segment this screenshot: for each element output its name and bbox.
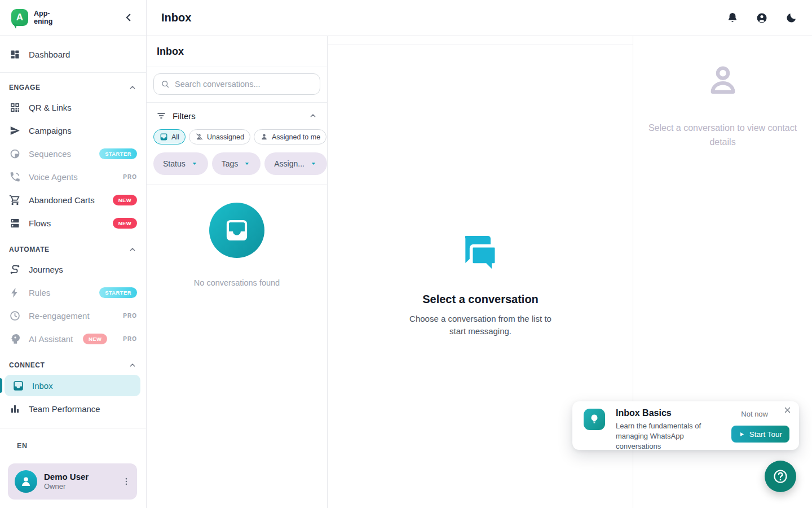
caret-down-icon [243, 160, 251, 168]
person-off-icon [195, 133, 204, 141]
top-header: Inbox [147, 0, 812, 36]
chevron-up-icon [128, 245, 137, 254]
filter-dropdown-assign[interactable]: Assign... [264, 152, 327, 175]
logo-letter: A [16, 12, 23, 23]
phone-icon [9, 171, 21, 183]
chevron-up-icon [128, 83, 137, 92]
chat-empty-subtitle: Choose a conversation from the list to s… [405, 313, 556, 338]
sidebar-item-re-engagement[interactable]: Re-engagementPRO [0, 304, 146, 327]
sidebar-item-label: Voice Agents [29, 172, 78, 182]
sidebar-item-qr-links[interactable]: QR & Links [0, 96, 146, 119]
sidebar-item-label: AI Assistant [29, 334, 73, 344]
tag-pro: PRO [123, 174, 137, 180]
search-box [153, 73, 320, 95]
notifications-bell-icon[interactable] [726, 12, 739, 24]
sidebar-item-inbox[interactable]: Inbox [5, 375, 140, 396]
chat-empty-state: Select a conversation Choose a conversat… [328, 230, 633, 338]
inbox-icon [12, 380, 24, 392]
sidebar-item-label: Campaigns [29, 126, 72, 135]
user-menu-icon[interactable] [121, 476, 131, 487]
tag-pro: PRO [123, 313, 137, 319]
sidebar-item-ai-assistant[interactable]: AI AssistantNEWPRO [0, 327, 146, 351]
sidebar-item-journeys[interactable]: Journeys [0, 258, 146, 281]
sidebar-item-campaigns[interactable]: Campaigns [0, 119, 146, 142]
section-header-engage[interactable]: ENGAGE [0, 79, 146, 96]
sidebar-item-team-performance[interactable]: Team Performance [0, 397, 146, 421]
sidebar: A App- ening DashboardENGAGEQR & LinksCa… [0, 0, 147, 508]
sidebar-item-label: Journeys [29, 265, 63, 274]
close-icon[interactable] [783, 406, 792, 414]
filters-title: Filters [173, 111, 196, 121]
sidebar-item-label: Rules [29, 288, 50, 297]
sidebar-item-rules[interactable]: RulesSTARTER [0, 281, 146, 304]
sidebar-item-flows[interactable]: FlowsNEW [0, 212, 146, 235]
section-header-connect[interactable]: CONNECT [0, 357, 146, 374]
not-now-button[interactable]: Not now [741, 410, 768, 418]
sidebar-item-label: Inbox [32, 381, 53, 391]
collapse-sidebar-icon[interactable] [122, 11, 135, 24]
page-title: Inbox [161, 11, 191, 24]
brand-name: App- ening [34, 10, 52, 26]
filter-icon [156, 111, 166, 121]
filter-dropdown-tags[interactable]: Tags [212, 152, 261, 175]
search-icon [161, 80, 170, 89]
conversation-list-panel: Inbox Filters AllUnassignedAssigned to m… [147, 36, 328, 508]
no-conversations-message: No conversations found [147, 278, 327, 287]
section-header-automate[interactable]: AUTOMATE [0, 241, 146, 258]
sidebar-item-activity-heatmap[interactable]: Activity Heatmap [0, 421, 146, 428]
sidebar-item-sequences[interactable]: SequencesSTARTER [0, 142, 146, 165]
user-card[interactable]: Demo User Owner [8, 463, 137, 500]
sidebar-item-label: Team Performance [29, 404, 100, 414]
filters-collapse-icon[interactable] [308, 111, 317, 120]
help-button[interactable] [765, 461, 796, 492]
conversations-empty-state: No conversations found [147, 185, 327, 287]
filter-chip-assigned-to-me[interactable]: Assigned to me [254, 129, 326, 144]
sidebar-item-label: Flows [29, 218, 51, 228]
user-avatar [15, 470, 37, 493]
sidebar-item-abandoned-carts[interactable]: Abandoned CartsNEW [0, 189, 146, 212]
journeys-icon [9, 264, 21, 275]
sidebar-item-dashboard[interactable]: Dashboard [0, 41, 146, 67]
contrast-icon [9, 148, 21, 160]
divider [0, 72, 146, 73]
filter-chip-all[interactable]: All [153, 129, 186, 144]
person-icon [19, 475, 33, 488]
person-icon [260, 133, 268, 141]
language-selector[interactable]: EN [0, 428, 146, 450]
user-name: Demo User [44, 471, 89, 483]
user-role: Owner [44, 482, 89, 492]
tour-card-description: Learn the fundamentals of managing Whats… [616, 421, 716, 452]
ai-icon [9, 333, 21, 345]
send-icon [9, 125, 21, 137]
sidebar-nav: DashboardENGAGEQR & LinksCampaignsSequen… [0, 36, 146, 428]
chat-bubbles-icon [458, 230, 503, 275]
caret-down-icon [310, 160, 317, 168]
dark-mode-moon-icon[interactable] [785, 12, 797, 24]
inbox-icon [160, 133, 168, 141]
account-icon[interactable] [756, 12, 768, 24]
badge-new: NEW [83, 334, 107, 344]
question-mark-icon [773, 468, 788, 484]
caret-down-icon [191, 160, 198, 168]
sidebar-item-voice-agents[interactable]: Voice AgentsPRO [0, 165, 146, 189]
sidebar-footer: EN Demo User Owner [0, 428, 146, 508]
tag-pro: PRO [123, 336, 137, 342]
contact-empty-message: Select a conversation to view contact de… [641, 121, 805, 150]
badge-starter: STARTER [99, 148, 137, 159]
badge-new: NEW [113, 218, 137, 229]
dashboard-icon [9, 49, 21, 60]
flows-icon [9, 217, 21, 229]
badge-starter: STARTER [99, 287, 137, 298]
filter-chip-unassigned[interactable]: Unassigned [189, 129, 250, 144]
filter-dropdown-status[interactable]: Status [153, 152, 208, 175]
bolt-icon [9, 287, 21, 299]
search-input[interactable] [175, 80, 313, 89]
chart-icon [9, 403, 21, 415]
sidebar-item-label: Dashboard [29, 50, 70, 59]
contact-person-icon [705, 63, 741, 99]
clock-icon [9, 310, 21, 322]
sidebar-item-label: Abandoned Carts [29, 195, 95, 205]
chat-header-strip [328, 36, 633, 45]
filters-section: Filters AllUnassignedAssigned to me Stat… [147, 103, 327, 185]
start-tour-button[interactable]: Start Tour [731, 426, 789, 443]
